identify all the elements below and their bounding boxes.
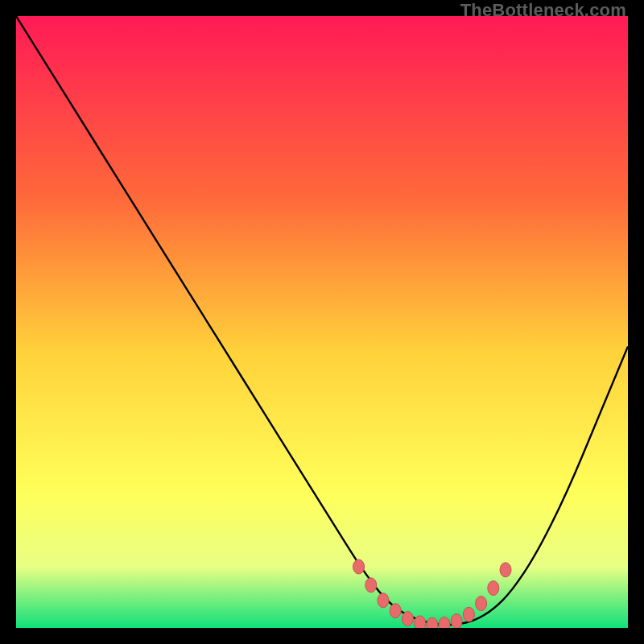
marker-point — [476, 597, 487, 611]
watermark-label: TheBottleneck.com — [460, 0, 626, 21]
marker-point — [500, 563, 511, 577]
marker-point — [439, 617, 450, 628]
marker-point — [488, 581, 499, 596]
marker-point — [415, 616, 426, 628]
marker-point — [365, 578, 377, 592]
marker-point — [463, 607, 474, 621]
gradient-background — [16, 16, 628, 628]
marker-point — [378, 593, 389, 608]
marker-point — [353, 559, 365, 574]
marker-point — [402, 612, 413, 626]
marker-point — [390, 604, 401, 618]
marker-point — [427, 617, 438, 628]
bottleneck-chart — [16, 16, 628, 628]
marker-point — [451, 614, 462, 628]
